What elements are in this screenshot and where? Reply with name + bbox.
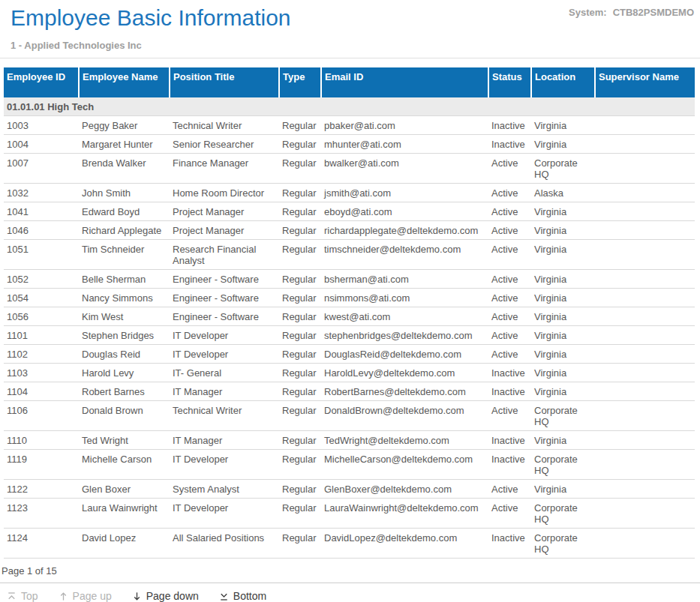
cell-name: Peggy Baker: [79, 116, 170, 135]
cell-type: Regular: [279, 289, 321, 307]
cell-id: 1124: [4, 529, 79, 559]
cell-position: Engineer - Software: [170, 270, 279, 289]
cell-name: Tim Schneider: [79, 240, 170, 270]
report-subtitle: 1 - Applied Technologies Inc: [0, 31, 700, 52]
cell-status: Active: [488, 221, 531, 240]
cell-email: jsmith@ati.com: [321, 184, 488, 202]
cell-type: Regular: [279, 240, 321, 270]
cell-supervisor: [595, 382, 695, 401]
cell-type: Regular: [279, 270, 321, 289]
cell-status: Active: [488, 184, 531, 202]
table-header: Employee ID Employee Name Position Title…: [4, 67, 695, 97]
cell-email: nsimmons@ati.com: [321, 289, 488, 307]
page-down-icon: [131, 591, 143, 602]
table-row: 1123Laura WainwrightIT DeveloperRegularL…: [4, 499, 695, 529]
cell-type: Regular: [279, 202, 321, 221]
table-row: 1052Belle ShermanEngineer - SoftwareRegu…: [4, 270, 695, 289]
cell-name: Michelle Carson: [79, 450, 170, 480]
cell-type: Regular: [279, 431, 321, 450]
pagination-toolbar: Top Page up Page down B: [0, 583, 700, 602]
cell-location: Virginia: [531, 221, 595, 240]
table-row: 1104Robert BarnesIT ManagerRegularRobert…: [4, 382, 695, 401]
cell-supervisor: [595, 364, 695, 382]
cell-email: GlenBoxer@deltekdemo.com: [321, 480, 488, 499]
cell-location: Corporate HQ: [531, 154, 595, 184]
cell-email: LauraWainwright@deltekdemo.com: [321, 499, 488, 529]
table-row: 1110Ted WrightIT ManagerRegularTedWright…: [4, 431, 695, 450]
cell-name: Laura Wainwright: [79, 499, 170, 529]
table-row: 1102Douglas ReidIT DeveloperRegularDougl…: [4, 345, 695, 364]
cell-supervisor: [595, 135, 695, 154]
cell-name: Glen Boxer: [79, 480, 170, 499]
table-row: 1004Margaret HunterSenior ResearcherRegu…: [4, 135, 695, 154]
table-row: 1056Kim WestEngineer - SoftwareRegularkw…: [4, 307, 695, 326]
cell-name: Belle Sherman: [79, 270, 170, 289]
cell-status: Active: [488, 270, 531, 289]
cell-type: Regular: [279, 326, 321, 345]
cell-position: Project Manager: [170, 221, 279, 240]
cell-type: Regular: [279, 154, 321, 184]
cell-type: Regular: [279, 450, 321, 480]
bottom-button-label: Bottom: [233, 590, 266, 602]
table-row: 1119Michelle CarsonIT DeveloperRegularMi…: [4, 450, 695, 480]
table-row: 1122Glen BoxerSystem AnalystRegularGlenB…: [4, 480, 695, 499]
cell-status: Active: [488, 401, 531, 431]
cell-location: Corporate HQ: [531, 401, 595, 431]
cell-supervisor: [595, 116, 695, 135]
cell-status: Inactive: [488, 116, 531, 135]
cell-status: Active: [488, 202, 531, 221]
cell-email: HaroldLevy@deltekdemo.com: [321, 364, 488, 382]
cell-email: richardapplegate@deltekdemo.com: [321, 221, 488, 240]
page-up-button[interactable]: Page up: [58, 590, 112, 602]
page-up-button-label: Page up: [73, 590, 112, 602]
cell-location: Virginia: [531, 382, 595, 401]
cell-name: John Smith: [79, 184, 170, 202]
top-button[interactable]: Top: [6, 590, 38, 602]
cell-status: Inactive: [488, 450, 531, 480]
cell-location: Virginia: [531, 289, 595, 307]
column-header-type: Type: [279, 67, 321, 97]
table-row: 1046Richard ApplegateProject ManagerRegu…: [4, 221, 695, 240]
cell-position: Finance Manager: [170, 154, 279, 184]
top-button-label: Top: [21, 590, 38, 602]
cell-id: 1119: [4, 450, 79, 480]
page-down-button-label: Page down: [146, 590, 199, 602]
cell-email: stephenbridges@deltekdemo.com: [321, 326, 488, 345]
cell-status: Inactive: [488, 364, 531, 382]
cell-location: Virginia: [531, 345, 595, 364]
column-header-email-id: Email ID: [321, 67, 488, 97]
cell-email: bsherman@ati.com: [321, 270, 488, 289]
cell-supervisor: [595, 240, 695, 270]
cell-name: Donald Brown: [79, 401, 170, 431]
cell-position: System Analyst: [170, 480, 279, 499]
cell-name: Nancy Simmons: [79, 289, 170, 307]
bottom-button[interactable]: Bottom: [218, 590, 266, 602]
cell-email: mhunter@ati.com: [321, 135, 488, 154]
column-header-supervisor-name: Supervisor Name: [595, 67, 695, 97]
report-header: Employee Basic Information System:CTB82P…: [0, 0, 700, 31]
table-body: 01.01.01 High Tech 1003Peggy BakerTechni…: [4, 97, 695, 559]
cell-email: TedWright@deltekdemo.com: [321, 431, 488, 450]
cell-location: Virginia: [531, 270, 595, 289]
cell-location: Corporate HQ: [531, 529, 595, 559]
table-row: 1041Edward BoydProject ManagerRegularebo…: [4, 202, 695, 221]
cell-name: Richard Applegate: [79, 221, 170, 240]
cell-location: Virginia: [531, 326, 595, 345]
page-down-button[interactable]: Page down: [131, 590, 199, 602]
cell-position: Senior Researcher: [170, 135, 279, 154]
cell-status: Active: [488, 345, 531, 364]
table-row: 1124David LopezAll Salaried PositionsReg…: [4, 529, 695, 559]
cell-supervisor: [595, 270, 695, 289]
cell-email: MichelleCarson@deltekdemo.com: [321, 450, 488, 480]
cell-name: David Lopez: [79, 529, 170, 559]
cell-email: DavidLopez@deltekdemo.com: [321, 529, 488, 559]
cell-position: IT Developer: [170, 345, 279, 364]
cell-position: Technical Writer: [170, 401, 279, 431]
cell-name: Brenda Walker: [79, 154, 170, 184]
cell-status: Active: [488, 499, 531, 529]
cell-name: Edward Boyd: [79, 202, 170, 221]
cell-type: Regular: [279, 184, 321, 202]
cell-status: Inactive: [488, 135, 531, 154]
cell-id: 1102: [4, 345, 79, 364]
cell-status: Inactive: [488, 529, 531, 559]
